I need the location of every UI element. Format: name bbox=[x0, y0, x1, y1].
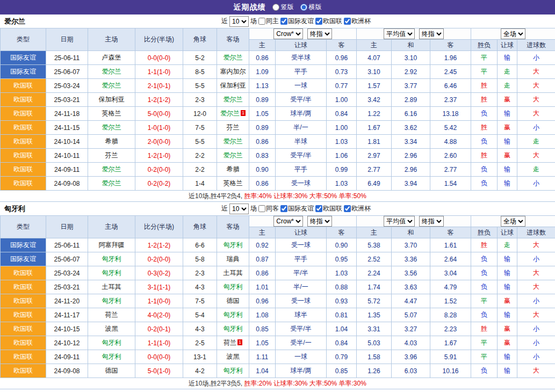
comp-nations-league-checkbox[interactable]: 欧国联 bbox=[315, 204, 342, 213]
away-team-cell[interactable]: 匈牙利 bbox=[217, 308, 249, 322]
layout-option-vertical[interactable]: 竖版 bbox=[272, 3, 294, 12]
match-score[interactable]: 3-1(1-1) bbox=[135, 280, 183, 294]
home-team-cell[interactable]: 荷兰 bbox=[88, 308, 135, 322]
away-team-cell[interactable]: 爱尔兰 bbox=[217, 149, 249, 163]
home-team-cell[interactable]: 匈牙利 bbox=[88, 350, 135, 364]
same-venue-input[interactable] bbox=[258, 18, 265, 25]
away-team-cell[interactable]: 塞内加尔 bbox=[217, 65, 249, 79]
match-score[interactable]: 5-0(0-0) bbox=[135, 107, 183, 121]
away-team-cell[interactable]: 匈牙利 bbox=[217, 322, 249, 336]
result-handicap: 输 bbox=[498, 252, 517, 266]
match-score[interactable]: 1-1(1-0) bbox=[135, 65, 183, 79]
home-team-cell[interactable]: 土耳其 bbox=[88, 280, 135, 294]
same-venue-checkbox[interactable]: 同客 bbox=[258, 204, 279, 213]
euro-average-select[interactable]: 平均值 bbox=[384, 28, 415, 39]
match-count-select[interactable]: 10 bbox=[229, 16, 249, 27]
match-score[interactable]: 0-2(0-0) bbox=[135, 163, 183, 177]
home-team-cell[interactable]: 希腊 bbox=[88, 135, 135, 149]
layout-option-horizontal[interactable]: 横版 bbox=[300, 3, 322, 12]
comp-nations-league-input[interactable] bbox=[315, 205, 322, 212]
home-team-cell[interactable]: 匈牙利 bbox=[88, 336, 135, 350]
handicap-odds-home: 1.01 bbox=[249, 280, 276, 294]
home-team-cell[interactable]: 爱尔兰 bbox=[88, 65, 135, 79]
same-venue-checkbox[interactable]: 同主 bbox=[258, 17, 279, 26]
comp-friendly-checkbox[interactable]: 国际友谊 bbox=[280, 204, 314, 213]
away-team-cell[interactable]: 土耳其 bbox=[217, 266, 249, 280]
home-team-cell[interactable]: 匈牙利 bbox=[88, 266, 135, 280]
home-team-cell[interactable]: 阿塞拜疆 bbox=[88, 238, 135, 252]
away-team-cell[interactable]: 爱尔兰1 bbox=[217, 107, 249, 121]
home-team-cell[interactable]: 英格兰 bbox=[88, 107, 135, 121]
comp-friendly-input[interactable] bbox=[280, 205, 287, 212]
match-score[interactable]: 0-0(0-0) bbox=[135, 51, 183, 65]
away-team-cell[interactable]: 波黑 bbox=[217, 350, 249, 364]
home-team-cell[interactable]: 爱尔兰 bbox=[88, 79, 135, 93]
match-score[interactable]: 4-0(2-0) bbox=[135, 308, 183, 322]
bookmaker-select[interactable]: Crow* bbox=[273, 216, 303, 227]
comp-euro-input[interactable] bbox=[344, 205, 351, 212]
home-team-cell[interactable]: 匈牙利 bbox=[88, 294, 135, 308]
comp-euro-checkbox[interactable]: 欧洲杯 bbox=[344, 204, 371, 213]
comp-euro-input[interactable] bbox=[344, 18, 351, 25]
handicap-stage-select[interactable]: 终指 bbox=[307, 216, 332, 227]
handicap-odds-away: 0.77 bbox=[327, 79, 357, 93]
match-score[interactable]: 0-2(0-0) bbox=[135, 252, 183, 266]
away-team-cell[interactable]: 瑞典 bbox=[217, 252, 249, 266]
match-row: 欧国联 25-03-24 匈牙利 0-3(0-2) 2-3 土耳其 0.86 平… bbox=[1, 266, 555, 280]
comp-nations-league-checkbox[interactable]: 欧国联 bbox=[315, 17, 342, 26]
match-score[interactable]: 1-1(0-0) bbox=[135, 294, 183, 308]
away-team-cell[interactable]: 匈牙利 bbox=[217, 364, 249, 378]
away-team-cell[interactable]: 德国 bbox=[217, 294, 249, 308]
home-team-name: 土耳其 bbox=[102, 283, 121, 291]
away-team-cell[interactable]: 希腊 bbox=[217, 163, 249, 177]
away-team-cell[interactable]: 芬兰 bbox=[217, 121, 249, 135]
home-team-cell[interactable]: 波黑 bbox=[88, 322, 135, 336]
home-team-cell[interactable]: 德国 bbox=[88, 364, 135, 378]
vertical-layout-radio[interactable] bbox=[272, 4, 279, 11]
match-score[interactable]: 0-3(0-2) bbox=[135, 266, 183, 280]
away-team-cell[interactable]: 荷兰1 bbox=[217, 336, 249, 350]
match-score[interactable]: 1-0(1-0) bbox=[135, 121, 183, 135]
away-team-cell[interactable]: 爱尔兰 bbox=[217, 51, 249, 65]
away-team-cell[interactable]: 匈牙利 bbox=[217, 280, 249, 294]
match-score[interactable]: 2-0(0-0) bbox=[135, 135, 183, 149]
home-team-cell[interactable]: 爱尔兰 bbox=[88, 177, 135, 191]
result-scope-select[interactable]: 全场 bbox=[501, 216, 525, 227]
home-team-cell[interactable]: 爱尔兰 bbox=[88, 121, 135, 135]
bookmaker-select[interactable]: Crow* bbox=[273, 28, 303, 39]
home-team-cell[interactable]: 芬兰 bbox=[88, 149, 135, 163]
match-score[interactable]: 0-2(0-2) bbox=[135, 177, 183, 191]
away-team-cell[interactable]: 爱尔兰 bbox=[217, 135, 249, 149]
away-team-cell[interactable]: 保加利亚 bbox=[217, 79, 249, 93]
away-team-cell[interactable]: 匈牙利 bbox=[217, 238, 249, 252]
match-score[interactable]: 1-2(1-2) bbox=[135, 93, 183, 107]
summary-rates: 胜率:20% 让球率:30% 大率:50% 单率:30% bbox=[244, 380, 366, 387]
euro-stage-select[interactable]: 终指 bbox=[419, 28, 444, 39]
horizontal-layout-radio[interactable] bbox=[300, 4, 307, 11]
home-team-cell[interactable]: 卢森堡 bbox=[88, 51, 135, 65]
comp-friendly-input[interactable] bbox=[280, 18, 287, 25]
euro-odds-away: 5.91 bbox=[430, 350, 471, 364]
away-team-cell[interactable]: 爱尔兰 bbox=[217, 93, 249, 107]
summary-line: 近10场,胜4平2负4, 胜率:40% 让球率:30% 大率:50% 单率:50… bbox=[0, 191, 555, 202]
home-team-cell[interactable]: 爱尔兰 bbox=[88, 163, 135, 177]
match-score[interactable]: 1-1(1-0) bbox=[135, 336, 183, 350]
match-count-select[interactable]: 10 bbox=[229, 204, 249, 214]
result-scope-select[interactable]: 全场 bbox=[501, 28, 525, 39]
same-venue-input[interactable] bbox=[258, 205, 265, 212]
euro-stage-select[interactable]: 终指 bbox=[419, 216, 444, 227]
euro-average-select[interactable]: 平均值 bbox=[384, 216, 415, 227]
away-team-cell[interactable]: 英格兰 bbox=[217, 177, 249, 191]
handicap-stage-select[interactable]: 终指 bbox=[307, 28, 332, 39]
comp-euro-checkbox[interactable]: 欧洲杯 bbox=[344, 17, 371, 26]
comp-friendly-checkbox[interactable]: 国际友谊 bbox=[280, 17, 314, 26]
home-team-cell[interactable]: 保加利亚 bbox=[88, 93, 135, 107]
comp-nations-league-input[interactable] bbox=[315, 18, 322, 25]
match-score[interactable]: 5-0(1-0) bbox=[135, 364, 183, 378]
home-team-cell[interactable]: 匈牙利 bbox=[88, 252, 135, 266]
match-score[interactable]: 2-1(0-1) bbox=[135, 79, 183, 93]
match-score[interactable]: 0-2(0-1) bbox=[135, 322, 183, 336]
match-score[interactable]: 1-2(1-0) bbox=[135, 149, 183, 163]
match-score[interactable]: 1-2(1-2) bbox=[135, 238, 183, 252]
match-score[interactable]: 0-0(0-0) bbox=[135, 350, 183, 364]
